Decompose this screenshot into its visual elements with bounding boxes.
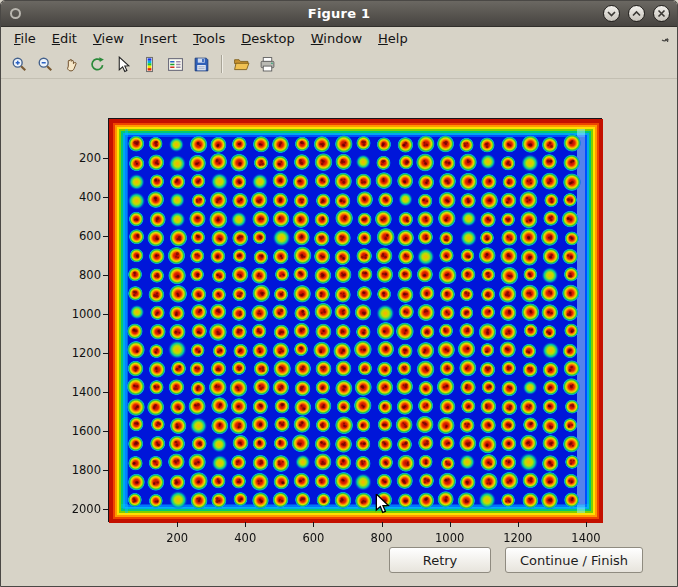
- x-tick-mark: [382, 522, 383, 527]
- toolbar-separator: [221, 55, 222, 73]
- y-tick-label: 1600: [53, 424, 101, 438]
- y-tick-mark: [103, 431, 108, 432]
- data-cursor-icon: [115, 56, 132, 73]
- zoom-in-icon: [11, 56, 28, 73]
- y-tick-mark: [103, 275, 108, 276]
- y-tick-mark: [103, 158, 108, 159]
- insert-legend-button[interactable]: [164, 53, 187, 76]
- y-tick-mark: [103, 353, 108, 354]
- menubar: File Edit View Insert Tools Desktop Wind…: [1, 27, 677, 50]
- x-tick-label: 1200: [503, 531, 532, 545]
- menu-tools[interactable]: Tools: [185, 29, 233, 48]
- figure-toolbar: [1, 50, 677, 79]
- window-title: Figure 1: [1, 6, 677, 21]
- x-tick-label: 1400: [571, 531, 600, 545]
- y-tick-mark: [103, 509, 108, 510]
- menubar-corner-icon: [660, 32, 670, 47]
- y-tick-label: 1200: [53, 346, 101, 360]
- y-tick-mark: [103, 314, 108, 315]
- data-cursor-button[interactable]: [112, 53, 135, 76]
- x-tick-label: 200: [166, 531, 188, 545]
- save-icon: [193, 56, 210, 73]
- insert-colorbar-button[interactable]: [138, 53, 161, 76]
- chevron-down-icon: [607, 10, 616, 17]
- zoom-in-button[interactable]: [8, 53, 31, 76]
- y-tick-label: 1400: [53, 385, 101, 399]
- menu-help[interactable]: Help: [370, 29, 416, 48]
- open-file-button[interactable]: [230, 53, 253, 76]
- y-tick-label: 600: [53, 229, 101, 243]
- y-tick-label: 200: [53, 151, 101, 165]
- titlebar[interactable]: Figure 1: [1, 1, 677, 27]
- x-tick-mark: [177, 522, 178, 527]
- x-tick-mark: [245, 522, 246, 527]
- figure-window: Figure 1 File Edit View Insert: [0, 0, 678, 587]
- printer-icon: [259, 56, 276, 73]
- retry-button[interactable]: Retry: [389, 547, 491, 573]
- rotate-3d-button[interactable]: [86, 53, 109, 76]
- y-tick-mark: [103, 392, 108, 393]
- maximize-button[interactable]: [628, 5, 645, 22]
- menu-file[interactable]: File: [6, 29, 44, 48]
- figure-image[interactable]: [109, 119, 603, 523]
- continue-finish-button[interactable]: Continue / Finish: [505, 547, 643, 573]
- x-tick-label: 1000: [435, 531, 464, 545]
- y-tick-label: 800: [53, 268, 101, 282]
- menu-edit[interactable]: Edit: [44, 29, 85, 48]
- save-figure-button[interactable]: [190, 53, 213, 76]
- y-tick-label: 1800: [53, 463, 101, 477]
- x-tick-label: 800: [371, 531, 393, 545]
- y-tick-mark: [103, 470, 108, 471]
- menu-insert[interactable]: Insert: [132, 29, 185, 48]
- y-tick-label: 400: [53, 190, 101, 204]
- pan-button[interactable]: [60, 53, 83, 76]
- y-tick-mark: [103, 236, 108, 237]
- menu-window[interactable]: Window: [303, 29, 370, 48]
- zoom-out-button[interactable]: [34, 53, 57, 76]
- x-tick-mark: [450, 522, 451, 527]
- rotate-3d-icon: [89, 56, 106, 73]
- y-tick-mark: [103, 197, 108, 198]
- y-tick-label: 1000: [53, 307, 101, 321]
- close-button[interactable]: [653, 5, 670, 22]
- print-figure-button[interactable]: [256, 53, 279, 76]
- minimize-button[interactable]: [603, 5, 620, 22]
- y-tick-label: 2000: [53, 502, 101, 516]
- close-icon: [657, 9, 666, 18]
- legend-icon: [167, 56, 184, 73]
- hand-icon: [63, 56, 80, 73]
- chevron-up-icon: [632, 10, 641, 17]
- x-tick-mark: [313, 522, 314, 527]
- colorbar-icon: [141, 56, 158, 73]
- menu-view[interactable]: View: [85, 29, 132, 48]
- menu-desktop[interactable]: Desktop: [233, 29, 303, 48]
- zoom-out-icon: [37, 56, 54, 73]
- x-tick-mark: [586, 522, 587, 527]
- x-tick-label: 400: [234, 531, 256, 545]
- x-tick-mark: [518, 522, 519, 527]
- folder-open-icon: [233, 56, 250, 73]
- x-tick-label: 600: [302, 531, 324, 545]
- window-menu-icon[interactable]: [10, 8, 21, 19]
- axes: 2004006008001000120014002004006008001000…: [108, 118, 602, 522]
